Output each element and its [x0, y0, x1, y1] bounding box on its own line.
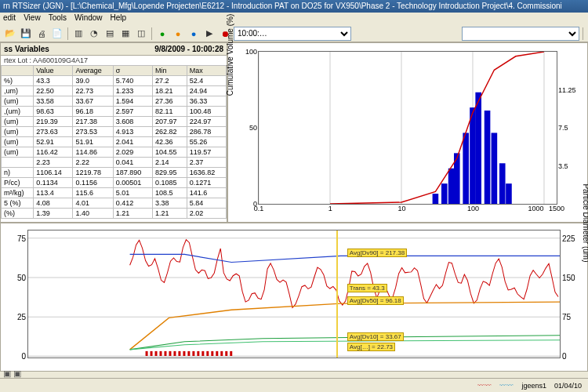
- table-cell: 39.0: [73, 76, 113, 86]
- table-cell: 33.67: [73, 96, 113, 107]
- view-graph-button[interactable]: ◫: [134, 27, 148, 41]
- save-button[interactable]: 💾: [19, 27, 33, 41]
- table-header: [2, 66, 34, 76]
- menu-bar: edit View Tools Window Help: [0, 13, 588, 25]
- play-button[interactable]: ▶: [202, 27, 216, 41]
- svg-rect-34: [211, 351, 213, 356]
- table-cell: 2.37: [187, 158, 226, 168]
- view-table-button[interactable]: ▦: [118, 27, 132, 41]
- trend-y-axis-right-label: Particle Diameter (um): [582, 183, 589, 262]
- svg-rect-22: [155, 351, 158, 356]
- window-title: rn RTSizer (JGN) - [L:\Chemical_Mfg\Lope…: [0, 0, 588, 13]
- status-user: jgeens1: [521, 382, 546, 390]
- xtick: 10: [397, 204, 405, 212]
- table-cell: 2.22: [73, 158, 113, 168]
- panel-timestamp: 9/8/2009 - 10:00:28: [154, 45, 223, 53]
- table-cell: 3.38: [152, 198, 187, 209]
- svg-rect-11: [475, 93, 481, 204]
- xtick: 1500: [549, 204, 564, 212]
- view-line-button[interactable]: ▤: [103, 27, 117, 41]
- table-cell: 4.08: [34, 198, 73, 209]
- svg-rect-30: [192, 351, 194, 356]
- table-cell: 96.18: [73, 107, 113, 117]
- table-cell: 100.48: [187, 107, 226, 117]
- table-cell: 3.608: [113, 117, 152, 127]
- empty-select[interactable]: [462, 27, 579, 41]
- svg-rect-29: [187, 351, 190, 356]
- table-cell: 113.4: [34, 188, 73, 198]
- svg-rect-13: [492, 132, 498, 204]
- table-cell: 1.39: [34, 209, 73, 219]
- svg-rect-14: [499, 163, 506, 204]
- menu-view[interactable]: View: [24, 13, 41, 24]
- table-cell: 2.041: [113, 137, 152, 147]
- table-cell: 217.38: [73, 117, 113, 127]
- table-cell: 52.91: [34, 137, 73, 147]
- table-cell: 207.97: [152, 117, 187, 127]
- panel-title: ss Variables: [4, 45, 49, 53]
- table-cell: 2.23: [34, 158, 73, 168]
- svg-rect-21: [151, 351, 153, 356]
- table-cell: 187.890: [113, 168, 152, 178]
- table-cell: 82.11: [152, 107, 187, 117]
- svg-rect-23: [160, 351, 162, 356]
- table-cell: 51.91: [73, 137, 113, 147]
- table-cell: [2, 158, 34, 168]
- table-header: Average: [73, 66, 113, 76]
- view-bar-button[interactable]: ▥: [71, 27, 85, 41]
- open-button[interactable]: 📂: [3, 27, 17, 41]
- table-cell: 5.01: [113, 188, 152, 198]
- svg-rect-7: [448, 169, 455, 204]
- table-cell: 43.3: [34, 76, 73, 86]
- trend-ytick: 0: [21, 352, 28, 361]
- menu-edit[interactable]: edit: [3, 13, 16, 24]
- table-cell: 5 (%): [2, 198, 34, 209]
- table-header: Value: [34, 66, 73, 76]
- trend-ytick-right: 150: [560, 273, 575, 281]
- status-bar: 〰〰 〰〰 jgeens1 01/04/10: [0, 378, 588, 392]
- table-cell: 4.913: [113, 127, 152, 137]
- menu-tools[interactable]: Tools: [49, 13, 67, 24]
- print-button[interactable]: 🖨: [34, 27, 49, 41]
- svg-rect-32: [201, 351, 204, 356]
- table-row: 2.232.220.0412.142.37: [2, 158, 227, 168]
- svg-rect-36: [220, 351, 223, 356]
- table-cell: 119.57: [187, 147, 226, 158]
- table-cell: 1.233: [113, 86, 152, 96]
- svg-rect-28: [183, 351, 185, 356]
- trend-ytick-right: 75: [560, 313, 571, 321]
- table-cell: 0.1134: [34, 178, 73, 188]
- svg-rect-35: [216, 351, 218, 356]
- table-cell: 5.84: [187, 198, 226, 209]
- view-pie-button[interactable]: ◔: [87, 27, 101, 41]
- table-cell: P/cc): [2, 178, 34, 188]
- time-marker[interactable]: [336, 230, 338, 358]
- table-cell: 4.01: [73, 198, 113, 209]
- svg-rect-24: [164, 351, 166, 356]
- table-cell: m²/kg): [2, 188, 34, 198]
- table-row: %)43.339.05.74027.252.4: [2, 76, 227, 86]
- tag-trans: Trans = 43.3: [347, 284, 387, 292]
- variables-table: ValueAverageσMinMax%)43.339.05.74027.252…: [1, 65, 227, 219]
- table-cell: 0.412: [113, 198, 152, 209]
- svg-rect-25: [169, 351, 171, 356]
- table-cell: 0.1085: [152, 178, 187, 188]
- svg-rect-12: [485, 111, 491, 204]
- status-blue-icon: ●: [187, 27, 201, 41]
- table-cell: (um): [2, 96, 34, 107]
- menu-help[interactable]: Help: [111, 13, 127, 24]
- table-row: (um)52.9151.912.04142.3655.26: [2, 137, 227, 147]
- props-button[interactable]: 📄: [50, 27, 64, 41]
- menu-window[interactable]: Window: [74, 13, 103, 24]
- table-cell: 5.740: [113, 76, 152, 86]
- table-cell: 116.42: [34, 147, 73, 158]
- ytick-right: 11.25: [557, 86, 576, 94]
- tag-other: Avg[…] = 22.73: [347, 343, 395, 351]
- trend-plot-area: 75 50 25 0 225 150 75 0 Avg[Dv90] = 217.…: [27, 230, 561, 358]
- panel-subtitle: rtex Lot : AA600109G4A17: [1, 56, 227, 65]
- svg-rect-31: [197, 351, 199, 356]
- table-row: (um)219.39217.383.608207.97224.97: [2, 117, 227, 127]
- time-select[interactable]: 10:00:…: [234, 27, 351, 41]
- table-row: m²/kg)113.4115.65.01108.5141.6: [2, 188, 227, 198]
- trend-svg: [28, 230, 560, 358]
